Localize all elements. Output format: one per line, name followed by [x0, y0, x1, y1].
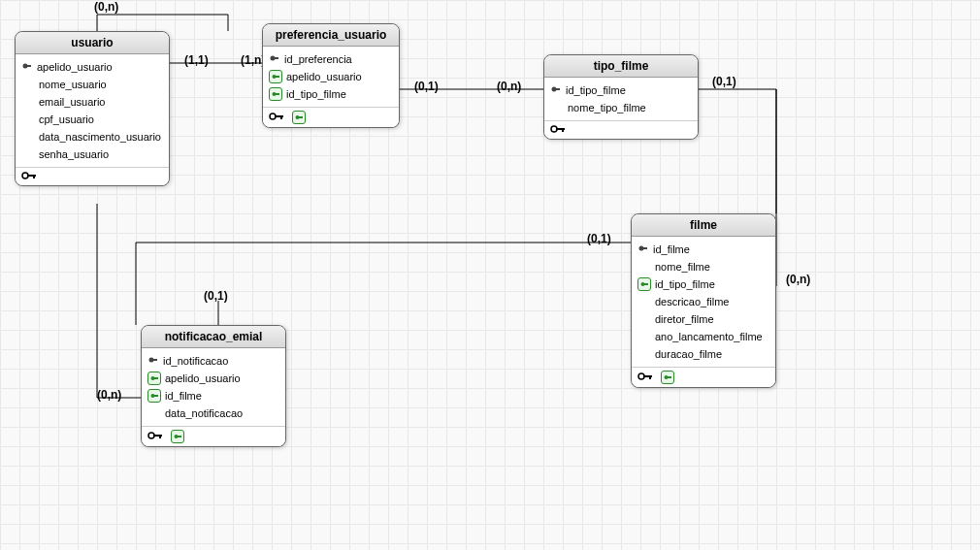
attr-label: id_notificacao	[163, 355, 228, 367]
key-icon	[550, 124, 568, 136]
attr-label: id_filme	[165, 390, 202, 402]
attr-row: id_filme	[147, 387, 279, 404]
svg-rect-9	[33, 175, 35, 178]
entity-body: apelido_usuario nome_usuario email_usuar…	[16, 54, 169, 167]
entity-tipo-filme[interactable]: tipo_filme id_tipo_filme nome_tipo_filme	[543, 54, 699, 140]
entity-body: id_tipo_filme nome_tipo_filme	[544, 78, 698, 120]
entity-title: tipo_filme	[544, 55, 698, 78]
attr-row: id_notificacao	[147, 352, 279, 370]
entity-usuario[interactable]: usuario apelido_usuario nome_usuario ema…	[15, 31, 170, 186]
key-icon	[21, 171, 39, 182]
svg-rect-32	[649, 375, 651, 379]
key-icon	[147, 431, 165, 442]
attr-label: nome_filme	[655, 261, 710, 273]
attr-row: data_notificacao	[147, 404, 279, 422]
cardinality-label: (0,1)	[412, 80, 441, 93]
attr-row: id_tipo_filme	[637, 275, 769, 293]
attr-label: id_tipo_filme	[566, 84, 626, 96]
svg-rect-6	[26, 65, 31, 67]
attr-label: ano_lancamento_filme	[655, 331, 763, 342]
cardinality-label: (0,1)	[585, 232, 613, 245]
attr-label: apelido_usuario	[37, 61, 113, 73]
attr-row: email_usuario	[21, 93, 163, 111]
pk-icon	[147, 354, 159, 368]
entity-body: id_notificacao apelido_usuario id_filme …	[142, 348, 285, 426]
entity-preferencia-usuario[interactable]: preferencia_usuario id_preferencia apeli…	[262, 23, 400, 128]
attr-row: nome_usuario	[21, 76, 163, 93]
attr-row: cpf_usuario	[21, 111, 163, 128]
attr-label: data_notificacao	[165, 407, 243, 419]
attr-label: id_preferencia	[284, 53, 352, 65]
attr-label: id_filme	[653, 243, 690, 255]
attr-label: diretor_filme	[655, 313, 714, 325]
entity-body: id_filme nome_filme id_tipo_filme descri…	[632, 237, 775, 367]
entity-title: usuario	[16, 32, 169, 54]
svg-rect-20	[298, 116, 303, 118]
fk-green-icon	[292, 111, 306, 124]
svg-rect-40	[153, 395, 158, 397]
fk-icon	[269, 70, 282, 83]
attr-row: nome_tipo_filme	[550, 99, 692, 116]
svg-rect-11	[274, 57, 278, 59]
svg-rect-34	[667, 376, 671, 378]
entity-filme[interactable]: filme id_filme nome_filme id_tipo_filme …	[631, 213, 776, 388]
attr-label: descricao_filme	[655, 296, 729, 307]
svg-rect-38	[153, 377, 158, 379]
attr-label: nome_tipo_filme	[568, 102, 646, 113]
cardinality-label: (0,n)	[95, 388, 123, 402]
cardinality-label: (1,1)	[182, 53, 211, 67]
entity-title: preferencia_usuario	[263, 24, 399, 47]
attr-label: senha_usuario	[39, 148, 109, 160]
attr-row: descricao_filme	[637, 293, 769, 310]
svg-rect-13	[275, 76, 279, 78]
attr-row: apelido_usuario	[21, 58, 163, 76]
fk-icon	[637, 277, 651, 291]
svg-rect-25	[562, 128, 564, 132]
pk-icon	[637, 243, 649, 256]
attr-row: data_nascimento_usuario	[21, 128, 163, 146]
entity-footer	[632, 367, 775, 387]
key-icon	[637, 372, 655, 383]
entity-notificacao-emial[interactable]: notificacao_emial id_notificacao apelido…	[141, 325, 286, 447]
entity-footer	[16, 167, 169, 185]
fk-icon	[269, 87, 282, 101]
attr-row: diretor_filme	[637, 310, 769, 328]
entity-body: id_preferencia apelido_usuario id_tipo_f…	[263, 47, 399, 107]
attr-row: id_preferencia	[269, 50, 393, 68]
entity-footer	[263, 107, 399, 127]
attr-row: duracao_filme	[637, 345, 769, 363]
cardinality-label: (0,n)	[92, 0, 120, 14]
svg-rect-43	[159, 435, 161, 438]
svg-rect-45	[177, 436, 181, 437]
attr-row: ano_lancamento_filme	[637, 328, 769, 345]
attr-label: data_nascimento_usuario	[39, 131, 161, 143]
pk-icon	[550, 83, 562, 97]
attr-row: nome_filme	[637, 258, 769, 275]
cardinality-label: (0,1)	[202, 289, 230, 303]
fk-green-icon	[661, 371, 674, 384]
svg-rect-29	[643, 283, 648, 285]
attr-label: email_usuario	[39, 96, 105, 108]
cardinality-label: (0,n)	[784, 273, 812, 286]
attr-row: apelido_usuario	[147, 370, 279, 387]
svg-rect-27	[642, 247, 647, 249]
entity-title: filme	[632, 214, 775, 237]
svg-rect-18	[280, 115, 282, 119]
fk-icon	[147, 372, 161, 385]
attr-label: id_tipo_filme	[655, 278, 715, 290]
svg-rect-15	[275, 93, 279, 95]
attr-label: nome_usuario	[39, 79, 107, 90]
attr-label: apelido_usuario	[165, 372, 241, 384]
cardinality-label: (0,n)	[495, 80, 523, 93]
fk-green-icon	[171, 430, 184, 443]
fk-icon	[147, 389, 161, 403]
entity-footer	[544, 120, 698, 139]
attr-row: apelido_usuario	[269, 68, 393, 85]
svg-rect-36	[152, 359, 157, 361]
attr-label: duracao_filme	[655, 348, 722, 360]
attr-label: id_tipo_filme	[286, 88, 346, 100]
pk-icon	[269, 52, 280, 66]
attr-label: cpf_usuario	[39, 113, 94, 125]
entity-title: notificacao_emial	[142, 326, 285, 348]
attr-label: apelido_usuario	[286, 71, 362, 82]
